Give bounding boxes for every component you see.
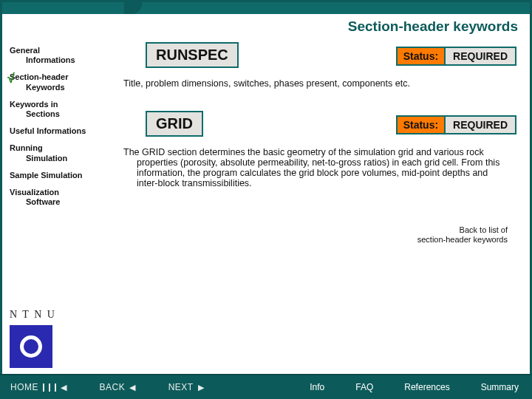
nav-label: BACK (100, 382, 126, 392)
ntnu-logo-text: N T N U (10, 309, 116, 321)
triangle-right-icon: ▶ (198, 383, 205, 392)
status-value: REQUIRED (446, 47, 516, 66)
checkmark-icon: √ (7, 71, 15, 87)
nav-label: HOME (10, 382, 38, 392)
nav-label: NEXT (168, 382, 194, 392)
footer: HOME ◀ BACK ◀ NEXT ▶ Info FAQ References… (0, 374, 532, 399)
triangle-left-icon: ◀ (61, 383, 67, 392)
triangle-left-icon: ◀ (129, 383, 136, 392)
sidebar-item-label: Keywords (10, 83, 116, 92)
sidebar-item-sample-sim[interactable]: Sample Simulation (10, 171, 116, 180)
sidebar-item-running-sim[interactable]: Running Simulation (10, 143, 116, 163)
sidebar-item-label: General (10, 46, 40, 55)
top-decor-band (2, 2, 530, 14)
sidebar-item-label: Visualization (10, 188, 59, 197)
footer-link-summary[interactable]: Summary (481, 382, 519, 392)
keyword-section-runspec: RUNSPEC Status:REQUIRED Title, problem d… (123, 42, 516, 102)
status-value: REQUIRED (446, 115, 516, 134)
home-button[interactable]: HOME ◀ (10, 382, 67, 392)
keyword-box: RUNSPEC (146, 42, 239, 68)
main-content: RUNSPEC Status:REQUIRED Title, problem d… (120, 42, 530, 374)
status-label: Status: (396, 47, 446, 66)
logo-block: N T N U (10, 309, 116, 374)
next-button[interactable]: NEXT ▶ (168, 382, 205, 392)
sidebar-item-useful-info[interactable]: Useful Informations (10, 126, 116, 136)
keyword-description: Title, problem dimensions, switches, pha… (123, 78, 478, 89)
sidebar: General Informations √ Section-header Ke… (2, 42, 120, 374)
status-group: Status:REQUIRED (396, 47, 516, 66)
sidebar-item-label: Simulation (10, 154, 116, 163)
sidebar-item-viz-software[interactable]: Visualization Software (10, 188, 116, 207)
sidebar-item-label: Running (10, 143, 43, 152)
sidebar-item-label: Keywords in (10, 100, 58, 109)
status-label: Status: (396, 115, 446, 134)
back-button[interactable]: BACK ◀ (100, 382, 136, 392)
sidebar-item-keywords-in-sections[interactable]: Keywords in Sections (10, 100, 116, 119)
sidebar-item-label: Sections (10, 109, 116, 119)
back-link-line1: Back to list of (460, 225, 508, 234)
sidebar-item-general[interactable]: General Informations (10, 46, 116, 65)
square-logo-icon (10, 325, 52, 368)
status-group: Status:REQUIRED (396, 115, 516, 134)
footer-link-faq[interactable]: FAQ (355, 382, 373, 392)
keyword-description: The GRID section determines the basic ge… (123, 147, 508, 188)
keyword-section-grid: GRID Status:REQUIRED The GRID section de… (123, 111, 516, 202)
footer-link-info[interactable]: Info (310, 382, 324, 392)
back-link[interactable]: Back to list of section-header keywords (123, 225, 516, 245)
footer-link-references[interactable]: References (404, 382, 449, 392)
sidebar-item-label: Useful Informations (10, 126, 86, 135)
sidebar-item-label: Section-header (10, 72, 68, 81)
sidebar-item-section-header[interactable]: √ Section-header Keywords (10, 72, 116, 92)
page-title: Section-header keywords (128, 18, 518, 35)
keyword-box: GRID (146, 111, 203, 137)
home-icon (43, 383, 56, 392)
sidebar-item-label: Informations (10, 55, 116, 65)
sidebar-item-label: Sample Simulation (10, 171, 82, 180)
sidebar-item-label: Software (10, 197, 116, 207)
back-link-line2: section-header keywords (417, 235, 508, 244)
